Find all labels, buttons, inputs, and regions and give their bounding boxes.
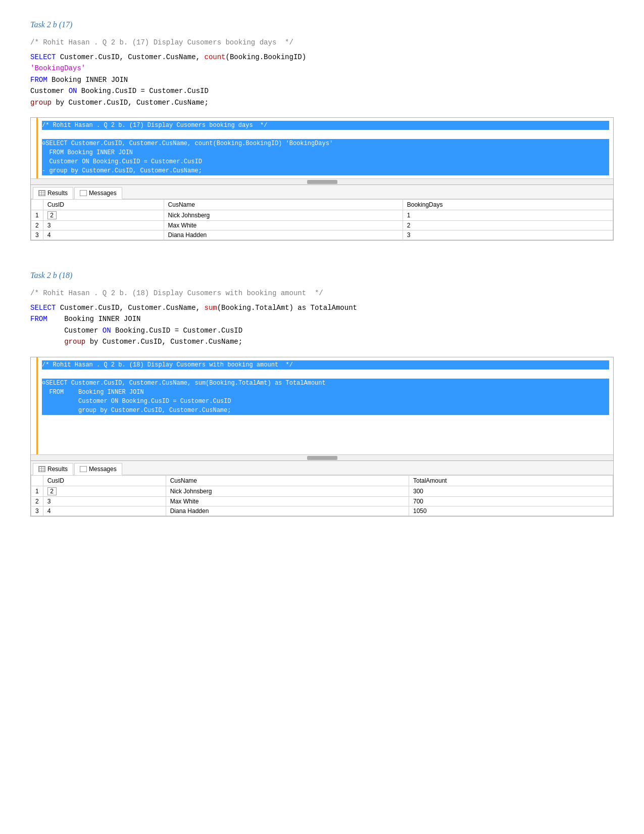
table-row: 2 3 Max White 2	[31, 220, 613, 230]
sql-line	[42, 433, 609, 442]
row-num: 3	[31, 506, 43, 516]
col-header-cusname: CusName	[164, 199, 403, 210]
sql-line	[42, 130, 609, 139]
results-tab-label: Results	[47, 190, 68, 197]
sql-line: FROM Booking INNER JOIN	[42, 148, 609, 157]
task18-results-tab[interactable]: Results	[33, 463, 73, 475]
cell-cusid: 4	[43, 506, 166, 516]
scrollbar-thumb[interactable]	[307, 456, 337, 460]
task17-scrollbar[interactable]	[31, 178, 613, 184]
task17-code-area[interactable]: /* Rohit Hasan . Q 2 b. (17) Display Cus…	[38, 118, 613, 178]
task17-comment: /* Rohit Hasan . Q 2 b. (17) Display Cus…	[30, 38, 614, 47]
table-row: 2 3 Max White 700	[31, 496, 613, 506]
task18-code: SELECT Customer.CusID, Customer.CusName,…	[30, 302, 614, 348]
grid-icon	[38, 190, 45, 196]
row-num: 3	[31, 230, 43, 240]
task17-results-panel: Results Messages CusID CusName BookingDa…	[30, 185, 614, 241]
sql-line: Customer ON Booking.CusID = Customer.Cus…	[42, 157, 609, 166]
sql-line: ⊝SELECT Customer.CusID, Customer.CusName…	[42, 379, 609, 388]
task18-table: CusID CusName TotalAmount 1 2 Nick Johns…	[31, 475, 613, 516]
task17-messages-tab[interactable]: Messages	[74, 187, 122, 199]
cell-amount: 700	[409, 496, 613, 506]
col-header-empty	[31, 475, 43, 486]
cell-cusid: 4	[43, 230, 164, 240]
sql-line: /* Rohit Hasan . Q 2 b. (18) Display Cus…	[42, 360, 609, 369]
task18-section: Task 2 b (18) /* Rohit Hasan . Q 2 b. (1…	[30, 271, 614, 517]
table-row: 3 4 Diana Hadden 1050	[31, 506, 613, 516]
messages-icon	[80, 466, 87, 472]
task18-title: Task 2 b (18)	[30, 271, 614, 280]
cell-days: 3	[403, 230, 613, 240]
col-header-cusid: CusID	[43, 199, 164, 210]
cell-cusname: Max White	[164, 220, 403, 230]
cell-cusid: 3	[43, 496, 166, 506]
task18-messages-tab[interactable]: Messages	[74, 463, 122, 475]
cell-cusid: 2	[43, 210, 164, 220]
task18-editor: /* Rohit Hasan . Q 2 b. (18) Display Cus…	[30, 357, 614, 461]
grid-icon	[38, 466, 45, 472]
cell-cusname: Max White	[166, 496, 409, 506]
results-tab-label: Results	[47, 466, 68, 473]
col-header-cusid: CusID	[43, 475, 166, 486]
col-header-bookingdays: BookingDays	[403, 199, 613, 210]
task17-table: CusID CusName BookingDays 1 2 Nick Johns…	[31, 199, 613, 240]
cell-cusid: 3	[43, 220, 164, 230]
task18-gutter	[31, 357, 38, 454]
sql-line	[42, 442, 609, 451]
row-num: 1	[31, 486, 43, 496]
sql-line: /* Rohit Hasan . Q 2 b. (17) Display Cus…	[42, 121, 609, 130]
table-row: 1 2 Nick Johnsberg 1	[31, 210, 613, 220]
sql-line: - group by Customer.CusID, Customer.CusN…	[42, 166, 609, 175]
messages-tab-label: Messages	[89, 190, 117, 197]
cell-cusname: Diana Hadden	[164, 230, 403, 240]
sql-line: FROM Booking INNER JOIN	[42, 388, 609, 397]
task17-results-tab[interactable]: Results	[33, 187, 73, 199]
cell-cusname: Diana Hadden	[166, 506, 409, 516]
task17-tabs: Results Messages	[31, 185, 613, 199]
cell-amount: 300	[409, 486, 613, 496]
cell-cusname: Nick Johnsberg	[164, 210, 403, 220]
sql-line: group by Customer.CusID, Customer.CusNam…	[42, 406, 609, 415]
row-num: 1	[31, 210, 43, 220]
task17-editor: /* Rohit Hasan . Q 2 b. (17) Display Cus…	[30, 117, 614, 185]
sql-line	[42, 369, 609, 379]
cell-days: 2	[403, 220, 613, 230]
task18-results-panel: Results Messages CusID CusName TotalAmou…	[30, 461, 614, 517]
messages-icon	[80, 190, 87, 196]
cell-days: 1	[403, 210, 613, 220]
task17-section: Task 2 b (17) /* Rohit Hasan . Q 2 b. (1…	[30, 20, 614, 241]
messages-tab-label: Messages	[89, 466, 117, 473]
table-row: 1 2 Nick Johnsberg 300	[31, 486, 613, 496]
col-header-totalamount: TotalAmount	[409, 475, 613, 486]
cell-amount: 1050	[409, 506, 613, 516]
cell-cusname: Nick Johnsberg	[166, 486, 409, 496]
sql-line	[42, 415, 609, 424]
task17-gutter	[31, 118, 38, 178]
sql-line: Customer ON Booking.CusID = Customer.Cus…	[42, 397, 609, 406]
spacer	[30, 256, 614, 271]
task18-tabs: Results Messages	[31, 461, 613, 475]
row-num: 2	[31, 496, 43, 506]
task18-comment: /* Rohit Hasan . Q 2 b. (18) Display Cus…	[30, 289, 614, 297]
task18-scrollbar[interactable]	[31, 454, 613, 460]
scrollbar-thumb[interactable]	[307, 180, 337, 184]
cell-cusid: 2	[43, 486, 166, 496]
task17-code: SELECT Customer.CusID, Customer.CusName,…	[30, 52, 614, 108]
task18-code-area[interactable]: /* Rohit Hasan . Q 2 b. (18) Display Cus…	[38, 357, 613, 454]
task17-title: Task 2 b (17)	[30, 20, 614, 29]
sql-line	[42, 424, 609, 433]
col-header-cusname: CusName	[166, 475, 409, 486]
sql-line: ⊝SELECT Customer.CusID, Customer.CusName…	[42, 139, 609, 148]
col-header-empty	[31, 199, 43, 210]
row-num: 2	[31, 220, 43, 230]
table-row: 3 4 Diana Hadden 3	[31, 230, 613, 240]
